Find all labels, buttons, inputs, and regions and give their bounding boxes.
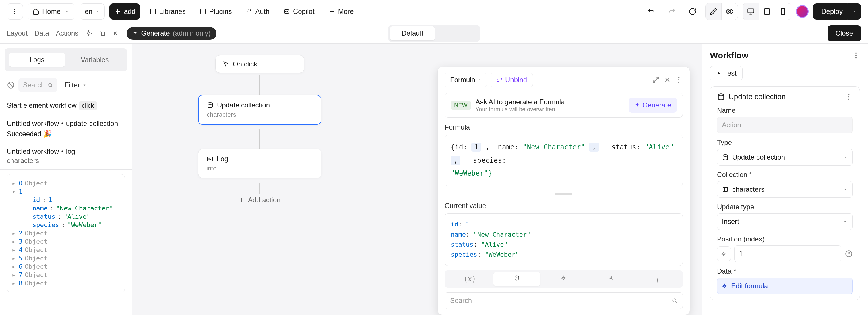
- plugins-button[interactable]: Plugins: [195, 3, 237, 20]
- desktop-button[interactable]: [743, 3, 759, 20]
- tree-row[interactable]: ▸2 Object: [12, 229, 120, 237]
- add-action-button[interactable]: Add action: [238, 196, 280, 204]
- token-comma[interactable]: ,: [589, 143, 599, 152]
- preview-mode-button[interactable]: [722, 3, 738, 20]
- tree-row[interactable]: ▸3 Object: [12, 237, 120, 246]
- collection-value: characters: [732, 185, 764, 194]
- chevron-down-icon: [843, 154, 848, 160]
- home-icon: [32, 8, 39, 15]
- deploy-button[interactable]: Deploy: [813, 3, 851, 20]
- tree-row[interactable]: ▸5 Object: [12, 254, 120, 262]
- type-select[interactable]: Update collection: [717, 149, 853, 166]
- auth-button[interactable]: Auth: [241, 3, 274, 20]
- tree-row[interactable]: ▸7 Object: [12, 271, 120, 279]
- tab-actions[interactable]: Actions: [56, 29, 79, 37]
- name-input[interactable]: Action: [717, 117, 853, 133]
- workflow-canvas[interactable]: On click Update collection characters Lo…: [132, 44, 702, 315]
- tab-variables[interactable]: (x): [446, 272, 493, 286]
- cursor-icon: [222, 61, 229, 67]
- dots-vertical-icon[interactable]: [852, 52, 860, 59]
- tab-data[interactable]: Data: [34, 29, 49, 37]
- unbind-label: Unbind: [505, 76, 527, 84]
- node-log-title: Log: [217, 155, 228, 163]
- log-section-log[interactable]: Untitled workflow • log characters: [0, 143, 132, 170]
- current-value-label: Current value: [438, 201, 690, 213]
- wf1-status: Succeeded 🎉: [7, 130, 125, 138]
- search-input[interactable]: Search: [19, 78, 57, 92]
- tab-variables[interactable]: Variables: [67, 53, 123, 67]
- position-fx-button[interactable]: [717, 246, 731, 261]
- dots-vertical-icon[interactable]: [675, 76, 683, 84]
- ban-icon[interactable]: [7, 81, 15, 89]
- bug-icon[interactable]: [85, 30, 92, 37]
- filter-button[interactable]: Filter: [65, 81, 87, 89]
- help-icon[interactable]: [845, 250, 853, 258]
- popup-search-input[interactable]: Search: [445, 292, 683, 309]
- menu-button[interactable]: [7, 3, 23, 20]
- tab-actions[interactable]: [540, 272, 587, 286]
- collapse-left-icon[interactable]: [113, 30, 120, 37]
- more-button[interactable]: More: [324, 3, 359, 20]
- tab-layout[interactable]: Layout: [7, 29, 28, 37]
- copilot-button[interactable]: Copilot: [279, 3, 319, 20]
- tree-row[interactable]: ▾1: [12, 188, 120, 196]
- log-section-update[interactable]: Untitled workflow • update-collection Su…: [0, 115, 132, 143]
- log-section-start[interactable]: Start element workflow click: [0, 97, 132, 115]
- collection-label: Collection *: [717, 171, 853, 179]
- node-update-collection[interactable]: Update collection characters: [198, 95, 321, 125]
- undo-button[interactable]: [643, 3, 659, 20]
- tree-row[interactable]: ▸4 Object: [12, 246, 120, 254]
- expand-icon[interactable]: [652, 76, 660, 84]
- refresh-button[interactable]: [685, 3, 701, 20]
- language-button[interactable]: en: [80, 3, 105, 20]
- unbind-button[interactable]: Unbind: [491, 73, 533, 87]
- bolt-icon: [561, 275, 567, 281]
- tab-logs[interactable]: Logs: [9, 53, 65, 67]
- tree-row[interactable]: ▸6 Object: [12, 262, 120, 271]
- node-on-click[interactable]: On click: [215, 55, 304, 73]
- node-log[interactable]: Log info: [198, 149, 321, 178]
- token-comma[interactable]: ,: [451, 156, 460, 165]
- copy-icon[interactable]: [99, 30, 106, 37]
- collection-select[interactable]: characters: [717, 181, 853, 198]
- formula-editor[interactable]: {id: 1 , name: "New Character" , status:…: [445, 135, 683, 186]
- deploy-options-button[interactable]: [848, 3, 861, 20]
- top-toolbar: Home en add Libraries Plugins Auth Copil…: [0, 0, 868, 23]
- tab-collection[interactable]: [493, 272, 540, 286]
- dots-vertical-icon[interactable]: [845, 93, 853, 101]
- close-icon[interactable]: [663, 76, 671, 84]
- segment-other[interactable]: [436, 26, 478, 40]
- avatar[interactable]: [796, 5, 809, 18]
- position-input[interactable]: 1: [734, 246, 841, 262]
- terminal-icon: [206, 155, 213, 162]
- formula-mode-select[interactable]: Formula: [445, 73, 487, 87]
- edit-mode-button[interactable]: [706, 3, 722, 20]
- table-icon: [722, 186, 729, 193]
- current-value-box: id: 1 name: "New Character" status: "Ali…: [445, 213, 683, 266]
- redo-button[interactable]: [664, 3, 680, 20]
- segment-default[interactable]: Default: [390, 26, 435, 40]
- libraries-button[interactable]: Libraries: [145, 3, 190, 20]
- tab-user[interactable]: [587, 272, 634, 286]
- test-button[interactable]: Test: [710, 66, 743, 81]
- tablet-button[interactable]: [759, 3, 775, 20]
- book-icon: [150, 8, 156, 15]
- formula-popup: Formula Unbind NEW Ask AI to generate a …: [437, 67, 690, 315]
- update-type-select[interactable]: Insert: [717, 213, 853, 230]
- resize-handle[interactable]: [555, 193, 572, 195]
- tree-row[interactable]: ▸0 Object: [12, 179, 120, 188]
- tab-function[interactable]: f: [634, 272, 681, 286]
- tree-row[interactable]: ▸8 Object: [12, 279, 120, 287]
- home-label: Home: [42, 7, 61, 16]
- generate-button[interactable]: Generate: [629, 98, 677, 113]
- node-log-sub: info: [206, 165, 313, 172]
- token-id[interactable]: 1: [471, 143, 481, 152]
- add-button[interactable]: add: [110, 3, 141, 20]
- generate-chip[interactable]: Generate (admin only): [127, 27, 216, 40]
- pencil-icon: [710, 7, 718, 16]
- close-button[interactable]: Close: [828, 25, 861, 41]
- home-button[interactable]: Home: [28, 3, 75, 20]
- plugins-label: Plugins: [209, 7, 232, 16]
- edit-formula-button[interactable]: Edit formula: [717, 278, 853, 294]
- mobile-button[interactable]: [775, 3, 791, 20]
